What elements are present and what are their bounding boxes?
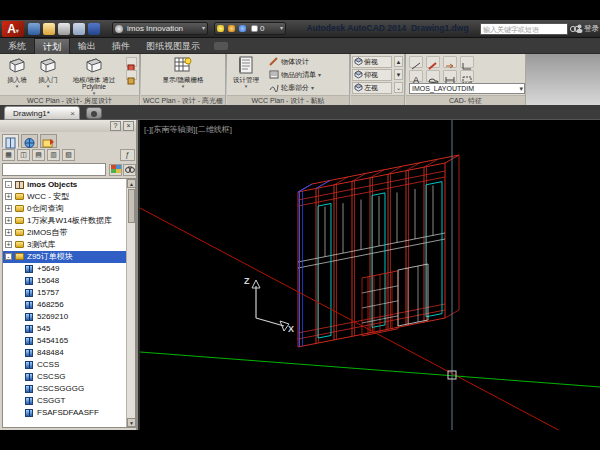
house-design-button[interactable]: 插入门▾ xyxy=(34,56,62,90)
tab-overflow-button[interactable] xyxy=(214,42,228,50)
expander-icon[interactable]: + xyxy=(5,193,12,200)
expander-icon[interactable]: - xyxy=(5,181,12,188)
expander-icon[interactable]: + xyxy=(5,205,12,212)
tree-folder-row[interactable]: +0仓间查询 xyxy=(3,203,135,215)
expander-icon[interactable]: + xyxy=(5,241,12,248)
palette-search-input[interactable] xyxy=(2,163,106,176)
view-preset-left[interactable]: 左视 xyxy=(352,82,392,94)
rectangle-tool-button[interactable] xyxy=(460,70,474,82)
tree-item-row[interactable]: CSCSGGGG xyxy=(3,383,135,395)
tree-folder-row[interactable]: +3测试库 xyxy=(3,239,135,251)
tree-item-row[interactable]: 15757 xyxy=(3,287,135,299)
tree-item-row[interactable]: +5649 xyxy=(3,263,135,275)
tree-root-item[interactable]: -imos Objects xyxy=(3,179,135,191)
scroll-thumb[interactable] xyxy=(128,189,135,223)
filter-list-button[interactable]: ▥ xyxy=(47,149,60,161)
filter-cabinet-button[interactable]: ◫ xyxy=(17,149,30,161)
autocad-app-menu-button[interactable]: A▾ xyxy=(2,21,24,37)
drawing-viewport[interactable]: [-][东南等轴测][二维线框] Z X xyxy=(140,120,600,430)
open-folder-icon[interactable] xyxy=(43,23,55,35)
expander-icon[interactable]: - xyxy=(5,253,12,260)
tree-folder-row[interactable]: -Z95订单模块 xyxy=(3,251,135,263)
close-tab-icon[interactable]: × xyxy=(70,107,75,120)
plot-icon[interactable] xyxy=(58,23,70,35)
filter-all-button[interactable]: ▦ xyxy=(2,149,15,161)
house-tool-button-2[interactable] xyxy=(126,70,137,80)
wireframe-model-canvas[interactable] xyxy=(140,120,600,430)
tree-item-row[interactable]: CSGGT xyxy=(3,395,135,407)
palette-tab-web[interactable] xyxy=(21,134,38,148)
ribbon-tab[interactable]: 计划 xyxy=(34,38,70,54)
tree-item-row[interactable]: 848484 xyxy=(3,347,135,359)
undo-icon[interactable] xyxy=(73,23,85,35)
scroll-down-arrow[interactable]: ▼ xyxy=(127,418,136,427)
panel-title[interactable]: WCC Plan - 设计 - 黏贴 xyxy=(227,95,349,105)
paste-panel-item[interactable]: 物品的清单 ▾ xyxy=(267,69,347,81)
expander-icon[interactable]: + xyxy=(5,217,12,224)
viewport-controls-label[interactable]: [-][东南等轴测][二维线框] xyxy=(144,124,232,135)
tree-item-row[interactable]: CCSS xyxy=(3,359,135,371)
tree-item-row[interactable]: 545 xyxy=(3,323,135,335)
panel-paste: 设计管理▾ 物体设计物品的清单 ▾轮廓部分 ▾ WCC Plan - 设计 - … xyxy=(227,54,350,105)
revcloud-tool-button[interactable] xyxy=(426,70,440,82)
dimension-layer-combo[interactable]: IMOS_LAYOUTDIM▾ xyxy=(409,83,525,94)
layer-control[interactable]: 0 ▾ xyxy=(214,22,286,35)
help-search-input[interactable] xyxy=(480,23,568,35)
function-fx-button[interactable]: ƒ xyxy=(120,149,135,161)
new-drawing-tab-button[interactable] xyxy=(86,107,102,119)
design-manager-button[interactable]: 设计管理▾ xyxy=(229,56,263,90)
tree-folder-row[interactable]: +WCC - 安型 xyxy=(3,191,135,203)
panel-title[interactable]: CAD- 特征 xyxy=(406,95,525,105)
show-hide-grid-button[interactable]: 显示/隐藏栅格▾ xyxy=(149,56,217,90)
gallery-up-arrow[interactable]: ▲ xyxy=(394,56,403,67)
palette-tab-objects[interactable] xyxy=(2,134,19,148)
house-design-button[interactable]: 地板/墙体 通过 Pclylinie▾ xyxy=(64,56,124,97)
signin-link[interactable]: 登录 xyxy=(584,24,599,34)
tree-item-row[interactable]: 5454165 xyxy=(3,335,135,347)
line-tool-button[interactable] xyxy=(409,56,423,68)
view-mode-button[interactable] xyxy=(109,164,122,176)
paste-panel-item[interactable]: 物体设计 xyxy=(267,56,347,68)
dimension-tool-button[interactable] xyxy=(443,70,457,82)
house-design-button[interactable]: 插入墙▾ xyxy=(2,56,32,90)
text-tool-button[interactable]: A xyxy=(409,70,423,82)
tree-item-row[interactable]: 5269210 xyxy=(3,311,135,323)
tree-item-row[interactable]: FSAFSDFAASFF xyxy=(3,407,135,419)
palette-help-button[interactable]: ? xyxy=(110,121,121,131)
tree-item-row[interactable]: CSCSG xyxy=(3,371,135,383)
ribbon-tab[interactable]: 插件 xyxy=(104,38,138,54)
filter-group-button[interactable]: ▤ xyxy=(32,149,45,161)
palette-tab-import[interactable] xyxy=(40,134,57,148)
tree-item-row[interactable]: 15648 xyxy=(3,275,135,287)
paste-panel-item[interactable]: 轮廓部分 ▾ xyxy=(267,82,347,94)
ribbon-tab[interactable]: 系统 xyxy=(0,38,34,54)
cabinet-item-icon xyxy=(25,349,33,357)
gallery-expand-arrow[interactable]: ⌄ xyxy=(394,82,403,93)
pencil-tool-button[interactable] xyxy=(426,56,440,68)
gallery-down-arrow[interactable]: ▼ xyxy=(394,69,403,80)
tree-scrollbar[interactable]: ▲ ▼ xyxy=(126,179,135,427)
tree-folder-row[interactable]: +2iMOS自带 xyxy=(3,227,135,239)
palette-close-button[interactable]: × xyxy=(123,121,134,131)
panel-title[interactable]: WCC Plan - 设计 - 高光栅 xyxy=(141,95,225,105)
file-tab-drawing1[interactable]: Drawing1*× xyxy=(4,106,80,120)
save-icon[interactable] xyxy=(28,23,40,35)
tree-folder-row[interactable]: +1万家具W14板件数据库 xyxy=(3,215,135,227)
wall-3d-icon xyxy=(84,56,104,74)
view-preset-bottom[interactable]: 仰视 xyxy=(352,69,392,81)
workspace-switcher[interactable]: imos Innovation ▾ xyxy=(112,22,208,35)
leader-tool-button[interactable] xyxy=(443,56,457,68)
tree-item-row[interactable]: 468256 xyxy=(3,299,135,311)
filter-grid-button[interactable]: ▧ xyxy=(62,149,75,161)
find-binoculars-button[interactable] xyxy=(123,164,136,176)
view-preset-top[interactable]: 俯视 xyxy=(352,56,392,68)
ribbon-tab[interactable]: 输出 xyxy=(70,38,104,54)
scroll-up-arrow[interactable]: ▲ xyxy=(127,179,136,188)
angle-tool-button[interactable] xyxy=(460,56,474,68)
house-tool-button-1[interactable] xyxy=(126,57,137,67)
panel-title[interactable]: WCC Plan - 设计- 房屋设计 xyxy=(0,95,139,105)
redo-icon[interactable] xyxy=(88,23,100,35)
expander-icon[interactable]: + xyxy=(5,229,12,236)
signin-user-icon[interactable] xyxy=(576,24,583,33)
ribbon-tab[interactable]: 图纸视图显示 xyxy=(138,38,208,54)
